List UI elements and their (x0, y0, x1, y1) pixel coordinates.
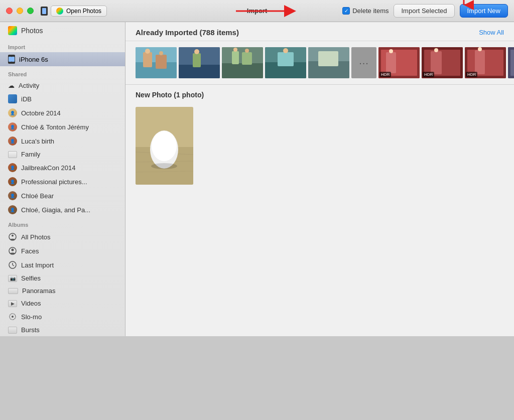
svg-point-20 (159, 51, 163, 55)
photos-icon (8, 26, 17, 35)
delete-items-checkbox[interactable]: ✓ (342, 7, 350, 15)
svg-rect-37 (318, 51, 338, 66)
photo-thumb-5[interactable] (308, 47, 349, 78)
sidebar-item-faces[interactable]: Faces (0, 244, 125, 258)
svg-point-34 (283, 48, 288, 53)
photo-thumb-2[interactable] (179, 47, 220, 78)
sidebar-jailbreakcon-label: JailbreakCon 2014 (21, 164, 75, 172)
new-photo-area (125, 103, 514, 195)
more-indicator: ··· (359, 57, 369, 69)
svg-point-7 (12, 235, 14, 237)
sidebar-item-panoramas[interactable]: Panoramas (0, 285, 125, 297)
sidebar-item-chloe-tonton[interactable]: 👤 Chloé & Tonton Jérémy (0, 120, 125, 134)
titlebar: Open Photos Import ✓ D (0, 0, 514, 22)
sidebar: Photos Import iPhone 6s (0, 22, 125, 336)
sidebar-item-videos[interactable]: ▶ Videos (0, 297, 125, 310)
photo-thumb-4[interactable] (265, 47, 306, 78)
photos-app-icon (56, 8, 63, 15)
svg-point-24 (194, 49, 199, 54)
already-imported-title: Already Imported (788 items) (136, 28, 239, 37)
sidebar-item-idb[interactable]: iDB (0, 92, 125, 106)
idb-icon (8, 94, 17, 103)
sidebar-section-import: Import (0, 39, 125, 52)
photo-thumb-hdr1[interactable]: HDR (378, 47, 420, 78)
sidebar-videos-label: Videos (21, 300, 41, 307)
sidebar-family-label: Family (21, 151, 40, 158)
open-photos-label: Open Photos (66, 8, 101, 15)
sidebar-item-bursts[interactable]: Bursts (0, 324, 125, 336)
sidebar-item-family[interactable]: Family (0, 148, 125, 161)
minimize-button[interactable] (17, 8, 23, 14)
sidebar-item-activity[interactable]: ☁ Activity (0, 79, 125, 92)
last-import-icon (8, 260, 17, 269)
photo-thumb-1[interactable] (136, 47, 177, 78)
sidebar-item-all-photos[interactable]: All Photos (0, 230, 125, 244)
show-all-link[interactable]: Show All (479, 29, 504, 36)
sidebar-item-chloe-bear[interactable]: 👤 Chloé Bear (0, 189, 125, 203)
sidebar-item-octobre[interactable]: 👤 Octobre 2014 (0, 106, 125, 120)
svg-point-45 (434, 48, 438, 52)
import-selected-button[interactable]: Import Selected (394, 4, 454, 18)
svg-point-63 (151, 163, 177, 169)
sidebar-chloe-giagia-label: Chloé, Giagia, and Pa... (21, 206, 90, 214)
titlebar-right: ✓ Delete items Import Selected Import Ne… (342, 4, 508, 18)
window-title: Import (247, 7, 267, 15)
panoramas-icon (8, 288, 18, 294)
svg-point-30 (245, 49, 249, 53)
close-button[interactable] (6, 8, 13, 14)
svg-point-49 (478, 47, 482, 51)
import-new-button[interactable]: Import New (460, 4, 508, 18)
sidebar-bursts-label: Bursts (21, 326, 40, 334)
photo-thumb-3[interactable] (222, 47, 263, 78)
sidebar-section-albums: Albums (0, 217, 125, 230)
device-icon (41, 7, 48, 16)
sidebar-slomo-label: Slo-mo (21, 313, 42, 321)
sidebar-idb-label: iDB (21, 95, 32, 103)
svg-point-41 (389, 49, 393, 53)
professional-icon: 👤 (8, 177, 17, 186)
photo-thumb-hdr3[interactable]: HDR (465, 47, 506, 78)
videos-icon: ▶ (8, 300, 17, 307)
delete-items-label: Delete items (352, 7, 389, 15)
sidebar-item-chloe-giagia[interactable]: 👤 Chloé, Giagia, and Pa... (0, 203, 125, 217)
photo-thumb-more[interactable]: ··· (351, 47, 376, 78)
new-photo-title: New Photo (1 photo) (136, 91, 504, 99)
sidebar-item-last-import[interactable]: Last Import (0, 258, 125, 272)
sidebar-item-iphone[interactable]: iPhone 6s (0, 52, 125, 66)
sidebar-iphone-label: iPhone 6s (19, 56, 48, 63)
sidebar-faces-label: Faces (21, 247, 39, 255)
svg-point-9 (12, 249, 14, 251)
sidebar-section-shared: Shared (0, 66, 125, 79)
family-icon (8, 151, 17, 158)
svg-point-19 (145, 49, 150, 54)
lucas-birth-icon: 👤 (8, 136, 17, 146)
sidebar-lucas-birth-label: Luca's birth (21, 137, 54, 145)
sidebar-chloe-bear-label: Chloé Bear (21, 192, 54, 200)
activity-icon: ☁ (8, 82, 15, 89)
svg-rect-23 (193, 53, 201, 67)
hdr-badge-3: HDR (466, 72, 477, 77)
photo-thumb-hdr2[interactable]: HDR (422, 47, 463, 78)
octobre-icon: 👤 (8, 108, 17, 117)
sidebar-item-jailbreakcon[interactable]: 👤 JailbreakCon 2014 (0, 161, 125, 175)
jailbreakcon-icon: 👤 (8, 163, 17, 172)
delete-items-container[interactable]: ✓ Delete items (342, 7, 389, 15)
sidebar-last-import-label: Last Import (21, 261, 54, 269)
sidebar-item-lucas-birth[interactable]: 👤 Luca's birth (0, 134, 125, 148)
maximize-button[interactable] (27, 8, 34, 14)
sidebar-item-photos[interactable]: Photos (0, 22, 125, 39)
open-photos-button[interactable]: Open Photos (51, 6, 107, 17)
sidebar-panoramas-label: Panoramas (22, 287, 55, 295)
chloe-giagia-icon: 👤 (8, 205, 17, 214)
svg-point-14 (12, 316, 14, 318)
new-photo-thumb[interactable] (136, 107, 193, 185)
iphone-icon (8, 55, 15, 64)
sidebar-item-professional[interactable]: 👤 Professional pictures... (0, 175, 125, 189)
svg-rect-17 (143, 52, 152, 67)
svg-rect-51 (510, 50, 514, 76)
sidebar-activity-label: Activity (19, 82, 39, 89)
sidebar-item-slo-mo[interactable]: Slo-mo (0, 310, 125, 324)
sidebar-item-selfies[interactable]: 📷 Selfies (0, 272, 125, 285)
photo-thumb-video[interactable] (508, 47, 514, 78)
svg-rect-18 (156, 55, 167, 69)
